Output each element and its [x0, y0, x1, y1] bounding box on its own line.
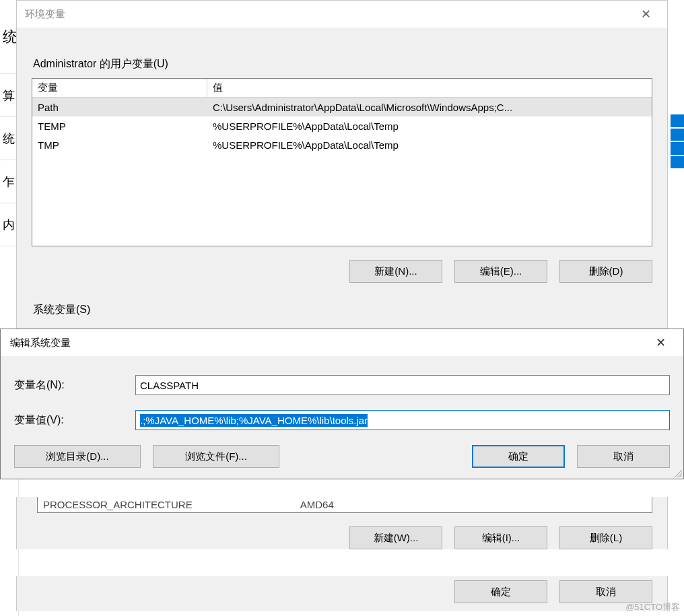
user-variables-label: Administrator 的用户变量(U) — [33, 57, 652, 71]
edit-buttons-row: 浏览目录(D)... 浏览文件(F)... 确定 取消 — [14, 445, 670, 468]
browse-file-button[interactable]: 浏览文件(F)... — [153, 445, 279, 468]
env-title: 环境变量 — [25, 8, 65, 21]
new-sys-var-button[interactable]: 新建(W)... — [349, 526, 442, 549]
row-name: TEMP — [32, 121, 207, 132]
env-lower-section: PROCESSOR_ARCHITECTURE AMD64 新建(W)... 编辑… — [16, 497, 668, 549]
variable-value-text: .;%JAVA_HOME%\lib;%JAVA_HOME%\lib\tools.… — [140, 414, 368, 427]
edit-titlebar[interactable]: 编辑系统变量 ✕ — [1, 329, 683, 356]
edit-cancel-button[interactable]: 取消 — [577, 445, 670, 468]
edit-system-variable-dialog: 编辑系统变量 ✕ 变量名(N): 变量值(V): .;%JAVA_HOME%\l… — [0, 329, 684, 479]
bg-cell: 统 — [0, 117, 18, 160]
bg-cell: 内 — [0, 203, 18, 246]
user-variables-list[interactable]: 变量 值 Path C:\Users\Administrator\AppData… — [32, 78, 652, 246]
env-titlebar[interactable]: 环境变量 ✕ — [17, 1, 667, 28]
environment-variables-dialog: 环境变量 ✕ Administrator 的用户变量(U) 变量 值 Path … — [16, 0, 668, 337]
close-icon[interactable]: ✕ — [647, 335, 674, 350]
row-name: TMP — [32, 139, 207, 151]
bg-cell: 算 — [0, 74, 18, 117]
table-row[interactable]: TMP %USERPROFILE%\AppData\Local\Temp — [32, 135, 652, 154]
edit-title: 编辑系统变量 — [10, 337, 71, 349]
close-icon[interactable]: ✕ — [632, 7, 659, 22]
delete-user-var-button[interactable]: 删除(D) — [559, 260, 652, 283]
browse-directory-button[interactable]: 浏览目录(D)... — [14, 445, 141, 468]
variable-name-input[interactable] — [135, 375, 670, 395]
env-ok-button[interactable]: 确定 — [454, 580, 547, 603]
row-value: %USERPROFILE%\AppData\Local\Temp — [207, 121, 652, 132]
row-value: C:\Users\Administrator\AppData\Local\Mic… — [207, 102, 652, 113]
edit-ok-button[interactable]: 确定 — [472, 445, 565, 468]
bg-cell: 统 — [0, 0, 18, 74]
new-user-var-button[interactable]: 新建(N)... — [349, 260, 442, 283]
header-variable[interactable]: 变量 — [32, 79, 207, 97]
env-cancel-button[interactable]: 取消 — [559, 580, 652, 603]
row-value: %USERPROFILE%\AppData\Local\Temp — [207, 139, 652, 151]
variable-value-input[interactable]: .;%JAVA_HOME%\lib;%JAVA_HOME%\lib\tools.… — [135, 410, 670, 430]
env-footer: 确定 取消 — [16, 576, 668, 611]
sys-row-value: AMD64 — [300, 499, 334, 510]
windows-logo-icon — [671, 114, 684, 168]
user-buttons-row: 新建(N)... 编辑(E)... 删除(D) — [32, 260, 652, 283]
variable-value-label: 变量值(V): — [14, 413, 135, 427]
list-header: 变量 值 — [32, 79, 652, 98]
table-row[interactable]: TEMP %USERPROFILE%\AppData\Local\Temp — [32, 116, 652, 135]
table-row[interactable]: Path C:\Users\Administrator\AppData\Loca… — [32, 98, 652, 116]
sys-row-cut[interactable]: PROCESSOR_ARCHITECTURE AMD64 — [37, 497, 652, 513]
edit-sys-var-button[interactable]: 编辑(I)... — [454, 526, 547, 549]
system-variables-label: 系统变量(S) — [33, 303, 652, 317]
edit-user-var-button[interactable]: 编辑(E)... — [454, 260, 547, 283]
watermark: @51CTO博客 — [625, 601, 680, 613]
delete-sys-var-button[interactable]: 删除(L) — [559, 526, 652, 549]
bg-cell: 乍 — [0, 160, 18, 203]
variable-name-label: 变量名(N): — [14, 378, 135, 392]
row-name: Path — [32, 102, 207, 113]
sys-row-name: PROCESSOR_ARCHITECTURE — [43, 499, 193, 510]
header-value[interactable]: 值 — [207, 81, 652, 94]
resize-grip-icon[interactable] — [673, 468, 682, 477]
sys-buttons-row: 新建(W)... 编辑(I)... 删除(L) — [37, 526, 652, 549]
